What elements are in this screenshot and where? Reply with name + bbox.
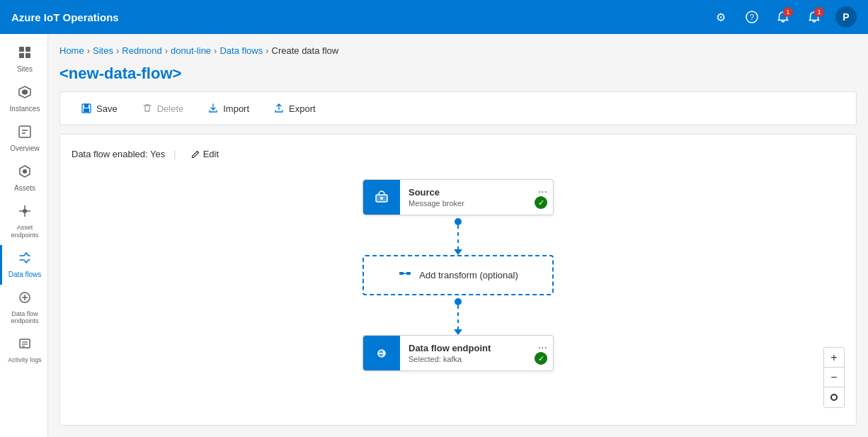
activity-logs-icon (18, 336, 32, 354)
instances-icon (18, 85, 32, 103)
connector-2 (454, 295, 462, 335)
flow-status-label: Data flow enabled: Yes (72, 149, 165, 159)
source-node-title: Source (409, 187, 544, 198)
sidebar-item-assets[interactable]: Assets (0, 159, 47, 198)
sidebar-item-activity-logs-label: Activity logs (8, 356, 42, 364)
source-node-check: ✓ (535, 196, 547, 209)
delete-button[interactable]: Delete (132, 98, 193, 119)
source-node-subtitle: Message broker (409, 199, 544, 208)
sidebar-item-overview-label: Overview (10, 144, 40, 153)
sidebar-item-asset-endpoints[interactable]: Asset endpoints (0, 198, 47, 245)
data-flows-icon (18, 251, 32, 268)
transform-icon (398, 266, 412, 284)
topbar-icons: ⚙ ? 1 1 P (711, 6, 857, 28)
export-icon (273, 103, 285, 114)
transform-node[interactable]: Add transform (optional) (362, 255, 554, 295)
zoom-controls: + − (823, 347, 845, 408)
flow-canvas: Data flow enabled: Yes | Edit Source Mes… (59, 134, 857, 426)
toolbar: Save Delete Import Export (59, 91, 857, 125)
topbar: Azure IoT Operations ⚙ ? 1 1 P (0, 0, 868, 34)
flow-header: Data flow enabled: Yes | Edit (72, 146, 845, 162)
notification1-badge: 1 (783, 7, 793, 17)
svg-rect-2 (19, 47, 24, 52)
zoom-in-button[interactable]: + (824, 348, 844, 368)
save-button[interactable]: Save (72, 98, 127, 119)
svg-rect-4 (19, 53, 24, 58)
breadcrumb-donut-line[interactable]: donut-line (171, 45, 211, 56)
destination-node[interactable]: Data flow endpoint Selected: kafka ··· ✓ (362, 335, 554, 371)
sidebar-item-instances[interactable]: Instances (0, 79, 47, 119)
svg-point-11 (23, 169, 27, 174)
flow-diagram: Source Message broker ··· ✓ (72, 174, 845, 377)
sidebar-item-data-flow-endpoints[interactable]: Data flow endpoints (0, 285, 47, 331)
sidebar-item-sites[interactable]: Sites (0, 40, 47, 79)
zoom-fit-button[interactable] (824, 387, 844, 407)
svg-point-12 (23, 209, 27, 213)
destination-node-content: Data flow endpoint Selected: kafka (400, 336, 553, 370)
sidebar-item-sites-label: Sites (17, 65, 33, 74)
data-flow-endpoints-icon (18, 290, 32, 308)
sidebar-item-asset-endpoints-label: Asset endpoints (5, 224, 45, 239)
sidebar-item-data-flows[interactable]: Data flows (0, 245, 47, 285)
breadcrumb-data-flows[interactable]: Data flows (219, 45, 263, 56)
overview-icon (18, 125, 32, 142)
help-icon[interactable]: ? (742, 7, 762, 27)
destination-node-icon (363, 336, 400, 370)
edit-icon (190, 149, 200, 159)
source-node[interactable]: Source Message broker ··· ✓ (362, 179, 554, 215)
sidebar-item-data-flows-label: Data flows (8, 271, 42, 279)
breadcrumb-current: Create data flow (272, 45, 339, 56)
transform-label: Add transform (optional) (419, 270, 518, 280)
assets-icon (18, 164, 32, 182)
svg-rect-30 (406, 272, 411, 275)
svg-rect-25 (84, 104, 88, 108)
source-node-content: Source Message broker (400, 180, 553, 215)
notification2-badge: 1 (814, 7, 824, 17)
breadcrumb-home[interactable]: Home (59, 45, 84, 56)
destination-node-subtitle: Selected: kafka (409, 355, 544, 363)
notification2-icon[interactable]: 1 (804, 7, 824, 27)
svg-rect-26 (84, 108, 89, 112)
app-title: Azure IoT Operations (11, 11, 711, 23)
connector-1 (454, 215, 462, 255)
export-button[interactable]: Export (264, 98, 325, 119)
zoom-dot-icon (830, 394, 838, 401)
sidebar-item-overview[interactable]: Overview (0, 119, 47, 159)
svg-point-28 (380, 197, 383, 200)
svg-text:?: ? (750, 13, 754, 21)
sidebar-item-instances-label: Instances (10, 105, 40, 113)
svg-rect-29 (399, 272, 404, 275)
breadcrumb: Home › Sites › Redmond › donut-line › Da… (59, 45, 857, 56)
delete-icon (142, 103, 153, 114)
page-title: <new-data-flow> (59, 64, 857, 83)
source-node-icon (363, 180, 400, 215)
import-icon (207, 103, 219, 114)
import-button[interactable]: Import (198, 98, 258, 119)
svg-rect-3 (25, 47, 30, 52)
sites-icon (18, 45, 32, 63)
svg-rect-5 (25, 53, 30, 58)
content-area: Home › Sites › Redmond › donut-line › Da… (48, 34, 868, 437)
breadcrumb-redmond[interactable]: Redmond (122, 45, 161, 56)
svg-rect-8 (19, 126, 30, 137)
svg-marker-7 (22, 89, 28, 95)
destination-node-check: ✓ (535, 352, 547, 365)
sidebar: Sites Instances Overview Assets Asset en… (0, 34, 48, 437)
destination-node-title: Data flow endpoint (409, 343, 544, 353)
notification1-icon[interactable]: 1 (773, 7, 793, 27)
save-icon (81, 103, 92, 114)
zoom-out-button[interactable]: − (824, 368, 844, 387)
settings-icon[interactable]: ⚙ (711, 7, 731, 27)
breadcrumb-sites[interactable]: Sites (93, 45, 113, 56)
sidebar-item-activity-logs[interactable]: Activity logs (0, 331, 47, 370)
main-layout: Sites Instances Overview Assets Asset en… (0, 34, 868, 437)
edit-button[interactable]: Edit (185, 146, 224, 162)
sidebar-item-assets-label: Assets (14, 184, 35, 193)
asset-endpoints-icon (18, 204, 32, 222)
sidebar-item-data-flow-endpoints-label: Data flow endpoints (5, 310, 45, 326)
avatar[interactable]: P (835, 6, 857, 28)
